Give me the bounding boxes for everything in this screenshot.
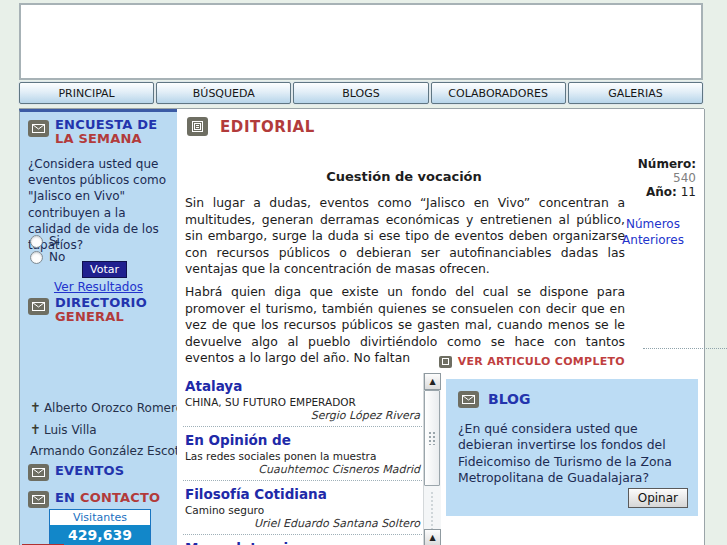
header-banner xyxy=(19,3,703,80)
numero-value: 540 xyxy=(673,171,696,185)
directory-title-line1: DIRECTORIO xyxy=(55,295,147,310)
directory-member[interactable]: ✝Luis Villa xyxy=(30,422,187,437)
nav-button[interactable]: COLABORADORES xyxy=(431,82,566,104)
cross-icon: ✝ xyxy=(30,400,41,415)
article-headline[interactable]: Camino seguro xyxy=(185,504,420,516)
section-title: EDITORIAL xyxy=(220,118,315,136)
visitors-label: Visitantes xyxy=(50,510,150,525)
article-title: Cuestión de vocación xyxy=(185,169,623,184)
ano-label: Año: xyxy=(646,185,677,199)
visitors-count: 429,639 xyxy=(50,525,150,545)
cross-icon: ✝ xyxy=(30,422,41,437)
radio-button[interactable] xyxy=(30,235,43,248)
opinar-button[interactable]: Opinar xyxy=(628,488,688,508)
blog-question: ¿En qué considera usted que debieran inv… xyxy=(458,421,686,487)
list-item[interactable]: Atalaya CHINA, SU FUTURO EMPERADOR Sergi… xyxy=(183,373,422,427)
radio-button[interactable] xyxy=(30,251,43,264)
nav-button[interactable]: BLOGS xyxy=(293,82,428,104)
column-name[interactable]: Filosofía Cotidiana xyxy=(185,486,420,502)
article-list: Atalaya CHINA, SU FUTURO EMPERADOR Sergi… xyxy=(183,373,441,545)
scrollbar-thumb[interactable] xyxy=(424,390,440,486)
main-column: EDITORIAL Número: 540 Año: 11 Números An… xyxy=(177,109,705,545)
scroll-up-button[interactable]: ▲ xyxy=(424,373,441,390)
eventos-label: EVENTOS xyxy=(55,464,124,478)
read-more-label: VER ARTICULO COMPLETO xyxy=(458,355,625,368)
poll-option-label: No xyxy=(49,250,65,264)
ano-value: 11 xyxy=(681,185,696,199)
article-author: Sergio López Rivera xyxy=(185,409,420,422)
document-icon xyxy=(187,117,208,136)
blog-box: BLOG ¿En qué considera usted que debiera… xyxy=(446,379,698,516)
content-frame: ENCUESTA DE LA SEMANA ¿Considera usted q… xyxy=(19,108,704,545)
list-item[interactable]: Mercadotecnia POTENCIAL AFECTACIÓN xyxy=(183,535,422,545)
numero-label: Número: xyxy=(638,157,696,171)
list-item[interactable]: En Opinión de Las redes sociales ponen l… xyxy=(183,427,422,481)
view-results-link[interactable]: Ver Resultados xyxy=(20,280,177,294)
article-headline[interactable]: Las redes sociales ponen la muestra xyxy=(185,450,420,462)
main-nav: PRINCIPAL BÚSQUEDA BLOGS COLABORADORES G… xyxy=(19,82,703,104)
column-name[interactable]: Mercadotecnia xyxy=(185,540,420,545)
column-name[interactable]: Atalaya xyxy=(185,378,420,394)
scrollbar-grip xyxy=(428,431,437,445)
sidebar: ENCUESTA DE LA SEMANA ¿Considera usted q… xyxy=(19,109,178,545)
poll-option[interactable]: No xyxy=(30,250,65,264)
contacto-word1: EN xyxy=(55,490,75,505)
read-full-article-link[interactable]: VER ARTICULO COMPLETO xyxy=(185,355,625,368)
scroll-down-button[interactable]: ▲ xyxy=(424,529,441,545)
envelope-icon xyxy=(458,391,479,408)
vote-button[interactable]: Votar xyxy=(82,261,127,278)
directory-members: ✝Alberto Orozco Romero ✝Luis Villa Arman… xyxy=(30,400,187,465)
article-author: Cuauhtemoc Cisneros Madrid xyxy=(185,463,420,476)
column-name[interactable]: En Opinión de xyxy=(185,432,420,448)
directory-title: DIRECTORIO GENERAL xyxy=(55,296,147,325)
visitors-counter: Visitantes 429,639 xyxy=(49,509,151,545)
list-item[interactable]: Filosofía Cotidiana Camino seguro Uriel … xyxy=(183,481,422,535)
directory-header: DIRECTORIO GENERAL xyxy=(28,296,147,325)
nav-button[interactable]: GALERIAS xyxy=(568,82,703,104)
envelope-icon xyxy=(28,298,49,315)
directory-title-line2: GENERAL xyxy=(55,309,124,324)
article-author: Uriel Eduardo Santana Soltero xyxy=(185,517,420,530)
contacto-label: EN CONTACTO xyxy=(55,491,160,505)
blog-header: BLOG xyxy=(458,389,531,408)
poll-title-line1: ENCUESTA DE xyxy=(55,117,157,132)
article-paragraph-1: Sin lugar a dudas, eventos como “Jalisco… xyxy=(185,195,625,278)
poll-option[interactable]: Si xyxy=(30,234,60,248)
directory-member[interactable]: ✝Alberto Orozco Romero xyxy=(30,400,187,415)
member-name: Alberto Orozco Romero xyxy=(44,401,183,415)
directory-member[interactable]: Armando González Escoto xyxy=(30,444,187,458)
nav-button[interactable]: BÚSQUEDA xyxy=(156,82,291,104)
contacto-header[interactable]: EN CONTACTO xyxy=(28,489,160,508)
member-name: Armando González Escoto xyxy=(30,444,187,458)
document-icon xyxy=(439,356,452,368)
poll-header: ENCUESTA DE LA SEMANA xyxy=(28,118,157,147)
article-list-items: Atalaya CHINA, SU FUTURO EMPERADOR Sergi… xyxy=(183,373,422,545)
eventos-header[interactable]: EVENTOS xyxy=(28,462,124,481)
envelope-icon xyxy=(28,464,49,481)
envelope-icon xyxy=(28,120,49,137)
scrollbar[interactable]: ▲ ▲ xyxy=(423,373,441,545)
dotted-leader xyxy=(643,348,727,349)
editorial-header: EDITORIAL xyxy=(187,117,315,136)
poll-title: ENCUESTA DE LA SEMANA xyxy=(55,118,157,147)
member-name: Luis Villa xyxy=(44,423,97,437)
page: PRINCIPAL BÚSQUEDA BLOGS COLABORADORES G… xyxy=(0,0,727,545)
contacto-word2: CONTACTO xyxy=(80,490,160,505)
blog-title: BLOG xyxy=(488,391,531,407)
article-headline[interactable]: CHINA, SU FUTURO EMPERADOR xyxy=(185,396,420,408)
envelope-icon xyxy=(28,491,49,508)
poll-option-label: Si xyxy=(49,234,60,248)
poll-title-line2: LA SEMANA xyxy=(55,131,142,146)
nav-button[interactable]: PRINCIPAL xyxy=(19,82,154,104)
